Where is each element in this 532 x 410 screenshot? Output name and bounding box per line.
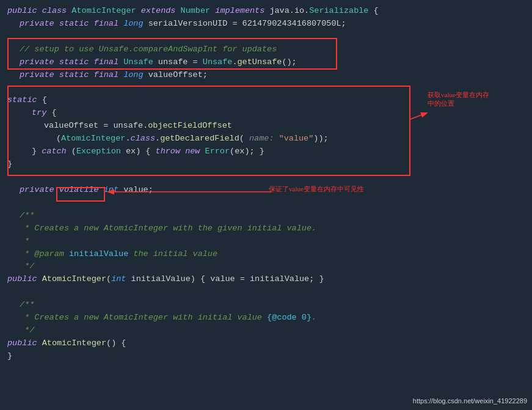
brace-catch: } [32, 145, 42, 158]
code-line-comment: // setup to use Unsafe.compareAndSwapInt… [20, 43, 525, 56]
interface-name: java.io. [269, 5, 309, 18]
paren-open: ( [56, 133, 61, 145]
dot1: . [232, 56, 237, 69]
type-unsafe: Unsafe [123, 56, 158, 69]
code-line-jd23: */ [20, 324, 525, 337]
kw-volatile: volatile [59, 184, 104, 197]
method-objectfieldoffset: objectFieldOffset [148, 120, 232, 133]
type-unsafe2: Unsafe [203, 56, 233, 69]
code-line-empty4 [7, 197, 525, 210]
type-int2: int [111, 273, 131, 286]
jd2-close: */ [20, 324, 34, 337]
code-line-jd4: * @param initialValue the initial value [20, 248, 525, 261]
string-value: "value" [279, 133, 314, 145]
code-line-10: valueOffset = unsafe. objectFieldOffset [44, 120, 525, 133]
jd-star: * [20, 235, 29, 248]
kw-final: final [94, 18, 124, 31]
code-line-jd2: * Creates a new AtomicInteger with the g… [20, 222, 525, 235]
jd2-dot: . [312, 312, 316, 324]
paren2: ( [239, 133, 249, 145]
kw-public-ctor2: public [7, 337, 42, 350]
kw-new: new [185, 145, 205, 158]
keyword-class: class [42, 5, 72, 18]
code-line-2: private static final long serialVersionU… [20, 18, 525, 31]
kw-private4: private [20, 184, 59, 197]
comment-text: // setup to use Unsafe.compareAndSwapInt… [20, 43, 277, 56]
kw-final3: final [94, 69, 124, 82]
code-editor: public class AtomicInteger extends Numbe… [0, 0, 532, 368]
paren-close: )); [313, 133, 328, 145]
param-name: name: [249, 133, 279, 145]
code-line-try: try { [32, 107, 525, 120]
brace-ctor2-close: } [7, 350, 12, 363]
kw-static: static [59, 18, 94, 31]
code-line-jd5: */ [20, 260, 525, 273]
brace-static: { [42, 94, 47, 107]
jd2-code: {@code 0} [267, 312, 312, 324]
annotation-2: 保证了value变量在内存中可见性 [269, 185, 452, 193]
kw-private3: private [20, 69, 59, 82]
jd-param-name: initialValue [69, 248, 128, 261]
ctor2-params: () { [106, 337, 126, 350]
var-valueoffset2: valueOffset = [44, 120, 113, 133]
kw-static4: static [7, 94, 42, 107]
param-initialvalue: initialValue) { value = initialValue; } [131, 273, 324, 286]
code-line-catch: } catch ( Exception ex) { throw new Erro… [32, 145, 525, 158]
type-error: Error [205, 145, 230, 158]
keyword-implements: implements [215, 5, 269, 18]
code-line-ctor2-close: } [7, 350, 525, 363]
code-line-jd22: * Creates a new AtomicInteger with initi… [20, 312, 525, 324]
paren-catch: ( [71, 145, 76, 158]
var-value: value; [123, 184, 153, 197]
ctor1-params: ( [106, 273, 111, 286]
annotation-1: 获取value变量在内存中的位置 [428, 90, 525, 108]
kw-public-ctor: public [7, 273, 42, 286]
superclass: Number [181, 5, 216, 18]
jd-line1: * Creates a new AtomicInteger with the g… [20, 222, 316, 235]
code-line-11: ( AtomicInteger . class . getDeclaredFie… [56, 133, 525, 145]
watermark: https://blog.csdn.net/weixin_41922289 [413, 396, 527, 406]
code-line-13: } [7, 158, 525, 171]
brace-close-static: } [7, 158, 12, 171]
code-line-ctor2: public AtomicInteger () { [7, 337, 525, 350]
code-line-jd21: /** [20, 299, 525, 312]
type-exception: Exception [76, 145, 126, 158]
kw-class2: class [131, 133, 156, 145]
var-valueoffset: valueOffset; [148, 69, 208, 82]
kw-static3: static [59, 69, 94, 82]
code-line-empty1 [7, 31, 525, 43]
jd-close: */ [20, 260, 34, 273]
classname: AtomicInteger [71, 5, 140, 18]
kw-private2: private [20, 56, 59, 69]
code-line-1: public class AtomicInteger extends Numbe… [7, 5, 525, 18]
type-atomicinteger: AtomicInteger [61, 133, 125, 145]
kw-static2: static [59, 56, 94, 69]
code-line-empty3 [7, 171, 525, 184]
code-line-empty5 [7, 286, 525, 299]
jd-open: /** [20, 210, 34, 222]
jd-param-desc: the initial value [128, 248, 217, 261]
type-long: long [123, 18, 148, 31]
kw-final2: final [94, 56, 124, 69]
obj-unsafe: unsafe. [113, 120, 148, 133]
kw-private: private [20, 18, 59, 31]
jd2-line1: * Creates a new AtomicInteger with initi… [20, 312, 267, 324]
code-line-jd1: /** [20, 210, 525, 222]
type-long2: long [123, 69, 148, 82]
interface-serializable: Serializable [309, 5, 368, 18]
type-int: int [104, 184, 123, 197]
parens1: (); [282, 56, 296, 69]
code-line-5: private static final Unsafe unsafe = Uns… [20, 56, 525, 69]
kw-catch: catch [42, 145, 71, 158]
dot-class: . [125, 133, 130, 145]
dot2: . [155, 133, 160, 145]
code-line-6: private static final long valueOffset; [20, 69, 525, 82]
kw-throw: throw [156, 145, 186, 158]
brace-try: { [51, 107, 56, 120]
var-serial: serialVersionUID = 6214790243416807050L; [148, 18, 346, 31]
keyword-public: public [7, 5, 42, 18]
keyword-extends: extends [141, 5, 181, 18]
brace-open: { [368, 5, 378, 18]
var-ex: ex) { [126, 145, 156, 158]
error-call: (ex); } [230, 145, 264, 158]
